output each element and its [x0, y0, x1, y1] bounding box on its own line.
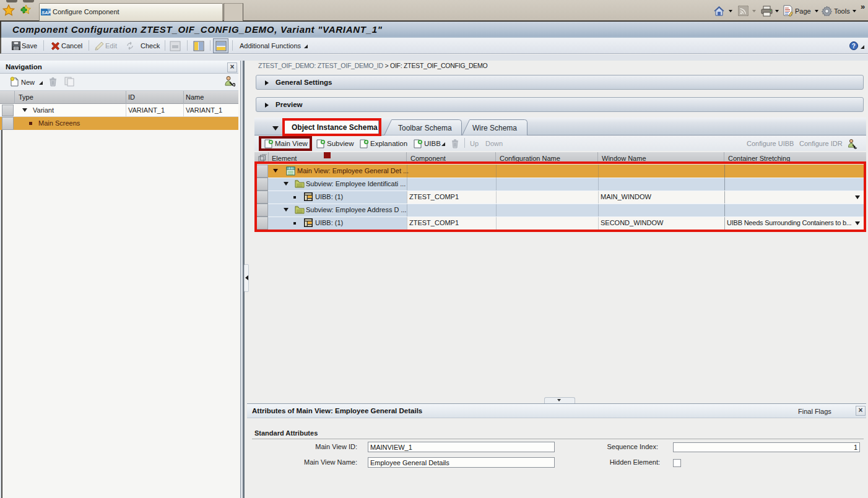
svg-text:SAP: SAP [41, 10, 51, 15]
svg-text:?: ? [852, 43, 856, 49]
